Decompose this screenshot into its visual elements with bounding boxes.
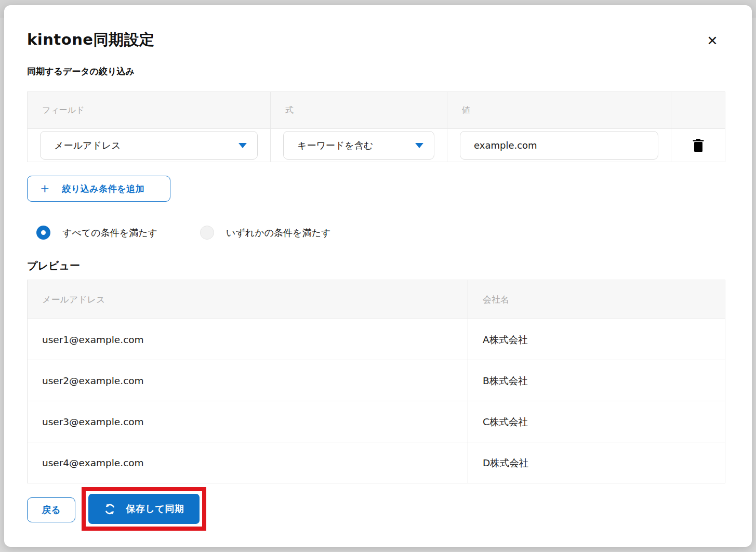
radio-match-any-label: いずれかの条件を満たす bbox=[226, 227, 330, 239]
cell-email: user2@example.com bbox=[28, 360, 468, 401]
preview-table-header: メールアドレス 会社名 bbox=[28, 280, 725, 319]
column-header-company: 会社名 bbox=[468, 280, 725, 319]
table-row: user4@example.com D株式会社 bbox=[28, 442, 725, 483]
trash-icon bbox=[692, 139, 705, 152]
match-mode-radio-group: すべての条件を満たす いずれかの条件を満たす bbox=[36, 226, 330, 240]
cell-company: C株式会社 bbox=[468, 401, 725, 442]
table-row: user1@example.com A株式会社 bbox=[28, 319, 725, 360]
back-button[interactable]: 戻る bbox=[27, 497, 75, 522]
column-header-actions bbox=[671, 92, 725, 128]
add-filter-condition-label: 絞り込み条件を追加 bbox=[62, 183, 144, 195]
value-input[interactable] bbox=[460, 131, 658, 160]
cell-email: user3@example.com bbox=[28, 401, 468, 442]
field-select[interactable]: メールアドレス bbox=[40, 131, 258, 160]
filter-section-title: 同期するデータの絞り込み bbox=[27, 65, 135, 77]
chevron-down-icon bbox=[238, 143, 247, 148]
field-select-value: メールアドレス bbox=[54, 139, 121, 152]
operator-select[interactable]: キーワードを含む bbox=[283, 131, 434, 160]
kintone-sync-settings-dialog: kintone同期設定 ✕ 同期するデータの絞り込み フィールド 式 値 メール… bbox=[4, 5, 752, 547]
radio-match-all[interactable]: すべての条件を満たす bbox=[36, 226, 157, 240]
table-row: user2@example.com B株式会社 bbox=[28, 360, 725, 401]
filter-condition-row: メールアドレス キーワードを含む bbox=[28, 128, 725, 162]
red-highlight-annotation: 保存して同期 bbox=[82, 487, 206, 531]
save-and-sync-label: 保存して同期 bbox=[126, 503, 184, 515]
column-header-email: メールアドレス bbox=[28, 280, 468, 319]
operator-select-value: キーワードを含む bbox=[297, 139, 373, 152]
cell-email: user4@example.com bbox=[28, 442, 468, 483]
radio-unselected-icon bbox=[200, 226, 214, 240]
cell-email: user1@example.com bbox=[28, 319, 468, 360]
cell-company: A株式会社 bbox=[468, 319, 725, 360]
preview-table: メールアドレス 会社名 user1@example.com A株式会社 user… bbox=[27, 280, 725, 483]
chevron-down-icon bbox=[415, 143, 423, 148]
plus-icon: + bbox=[40, 183, 49, 194]
column-header-operator: 式 bbox=[271, 92, 447, 128]
sync-icon bbox=[104, 503, 116, 515]
dialog-title: kintone同期設定 bbox=[27, 30, 154, 50]
filter-table-header: フィールド 式 値 bbox=[28, 92, 725, 128]
preview-section-title: プレビュー bbox=[27, 259, 80, 273]
radio-selected-icon bbox=[36, 226, 50, 240]
table-row: user3@example.com C株式会社 bbox=[28, 401, 725, 442]
add-filter-condition-button[interactable]: + 絞り込み条件を追加 bbox=[27, 176, 170, 202]
cell-company: B株式会社 bbox=[468, 360, 725, 401]
cell-company: D株式会社 bbox=[468, 442, 725, 483]
delete-condition-button[interactable] bbox=[687, 134, 710, 157]
close-icon[interactable]: ✕ bbox=[702, 30, 723, 51]
filter-conditions-table: フィールド 式 値 メールアドレス キーワードを含む bbox=[27, 91, 725, 162]
column-header-value: 値 bbox=[447, 92, 671, 128]
save-and-sync-button[interactable]: 保存して同期 bbox=[88, 494, 200, 524]
column-header-field: フィールド bbox=[28, 92, 271, 128]
radio-match-all-label: すべての条件を満たす bbox=[62, 227, 157, 239]
radio-match-any[interactable]: いずれかの条件を満たす bbox=[200, 226, 330, 240]
